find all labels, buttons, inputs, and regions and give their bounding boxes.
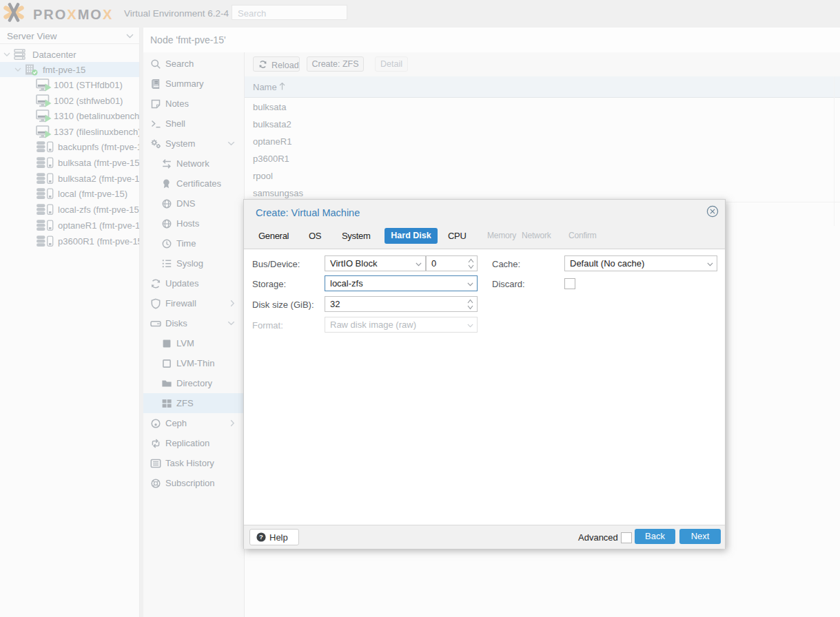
svg-text:?: ? (259, 533, 263, 541)
